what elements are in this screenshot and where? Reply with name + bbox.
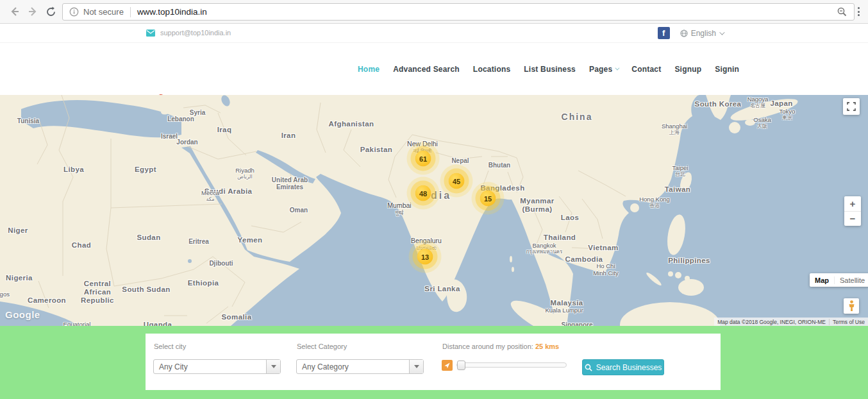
security-label: Not secure <box>83 7 124 17</box>
search-card: Select city Any City Select Category Any… <box>146 334 721 390</box>
locate-me-button[interactable] <box>442 360 453 371</box>
category-label: Select Category <box>297 343 347 350</box>
main-nav: HomeAdvanced SearchLocationsList Busines… <box>358 43 739 95</box>
city-select-value: Any City <box>154 362 266 371</box>
omnibox-divider <box>130 7 131 17</box>
search-businesses-button[interactable]: Search Businesses <box>582 359 664 375</box>
nav-contact[interactable]: Contact <box>631 65 661 74</box>
city-label: Select city <box>154 343 186 350</box>
forward-button[interactable] <box>26 4 40 19</box>
address-bar[interactable]: Not secure www.top10india.in <box>62 3 855 21</box>
support-email-link[interactable]: support@top10india.in <box>146 29 231 37</box>
category-select[interactable]: Any Category <box>296 359 424 374</box>
zoom-out-button[interactable]: − <box>844 212 861 226</box>
zoom-in-button[interactable]: + <box>844 196 861 212</box>
nav-pages[interactable]: Pages <box>589 65 618 74</box>
facebook-button[interactable]: f <box>658 27 670 39</box>
map-type-control: Map Satellite <box>810 273 868 287</box>
map-cluster-marker[interactable]: 61 <box>415 151 431 167</box>
fullscreen-button[interactable] <box>843 98 860 115</box>
distance-value: 25 kms <box>535 343 559 350</box>
category-select-value: Any Category <box>297 362 409 371</box>
google-map[interactable]: TunisiaSyriaLebanonIsraelJordanIraqIranA… <box>0 95 868 326</box>
fullscreen-icon <box>847 102 856 111</box>
browser-toolbar: Not secure www.top10india.in <box>0 0 868 24</box>
city-select-arrow-button[interactable] <box>266 360 280 373</box>
search-businesses-label: Search Businesses <box>596 363 662 372</box>
pegman-button[interactable] <box>844 298 859 314</box>
back-arrow-icon <box>9 6 21 17</box>
distance-label: Distance around my position: 25 kms <box>442 343 559 350</box>
forward-arrow-icon <box>27 6 38 17</box>
site-topbar: support@top10india.in f English <box>0 24 868 43</box>
pegman-icon <box>848 300 855 312</box>
language-label: English <box>691 29 716 38</box>
nav-list-business[interactable]: List Business <box>524 65 576 74</box>
browser-window: Not secure www.top10india.in support@top… <box>0 0 868 399</box>
refresh-icon <box>46 6 56 17</box>
facebook-letter: f <box>662 28 665 38</box>
site-header: 10india HomeAdvanced SearchLocationsList… <box>0 43 868 95</box>
globe-icon <box>680 30 688 37</box>
caret-down-icon <box>271 365 276 368</box>
magnifier-icon <box>837 6 847 17</box>
map-cluster-marker[interactable]: 45 <box>449 173 465 189</box>
nav-home[interactable]: Home <box>358 65 380 74</box>
category-select-arrow-button[interactable] <box>409 360 423 373</box>
nav-signup[interactable]: Signup <box>674 65 701 74</box>
map-type-satellite-button[interactable]: Satellite <box>834 276 868 284</box>
url-text: www.top10india.in <box>137 7 207 17</box>
browser-menu-button[interactable] <box>851 4 865 19</box>
zoom-page-button[interactable] <box>837 6 847 17</box>
chevron-down-icon <box>615 66 620 71</box>
map-geography <box>0 95 868 326</box>
slider-thumb[interactable] <box>457 361 465 370</box>
topbar-right: f English <box>658 27 723 39</box>
support-email-text: support@top10india.in <box>160 29 231 37</box>
google-watermark: Google <box>5 309 40 320</box>
distance-slider[interactable] <box>456 362 567 368</box>
search-icon <box>585 364 592 371</box>
refresh-button[interactable] <box>44 4 58 19</box>
map-cluster-marker[interactable]: 15 <box>480 191 496 207</box>
map-attribution: Map data ©2018 Google, INEGI, ORION-ME T… <box>714 318 868 326</box>
map-type-map-button[interactable]: Map <box>810 276 834 284</box>
map-cluster-marker[interactable]: 13 <box>417 249 433 265</box>
nav-locations[interactable]: Locations <box>473 65 510 74</box>
nav-advanced-search[interactable]: Advanced Search <box>393 65 460 74</box>
nav-signin[interactable]: Signin <box>715 65 739 74</box>
language-selector[interactable]: English <box>680 29 723 38</box>
zoom-control: + − <box>844 196 861 226</box>
city-select[interactable]: Any City <box>153 359 281 374</box>
mail-icon <box>146 30 155 37</box>
attribution-text: Map data ©2018 Google, INEGI, ORION-ME <box>714 319 829 325</box>
chevron-down-icon <box>719 30 724 35</box>
navigation-arrow-icon <box>444 362 451 369</box>
search-section: Select city Any City Select Category Any… <box>0 326 868 399</box>
caret-down-icon <box>414 365 419 368</box>
info-icon[interactable] <box>69 7 79 17</box>
terms-of-use-link[interactable]: Terms of Use <box>829 319 868 325</box>
back-button[interactable] <box>8 4 22 19</box>
map-cluster-marker[interactable]: 48 <box>415 185 431 201</box>
